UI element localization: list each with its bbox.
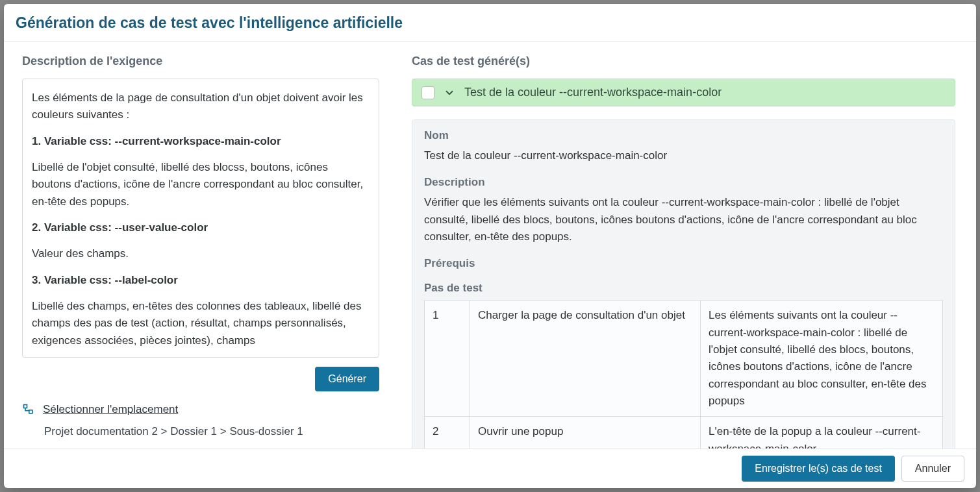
generated-heading: Cas de test généré(s) (412, 55, 958, 68)
right-pane: Cas de test généré(s) Test de la couleur… (412, 55, 958, 449)
modal-header: Génération de cas de test avec l'intelli… (4, 4, 976, 42)
req-intro: Les éléments de la page de consultation … (32, 90, 366, 124)
chevron-down-icon[interactable] (444, 87, 455, 99)
testcase-header-title: Test de la couleur --current-workspace-m… (464, 86, 722, 99)
generate-button[interactable]: Générer (315, 367, 379, 391)
step-index: 1 (425, 301, 470, 417)
step-action: Charger la page de consultation d'un obj… (470, 301, 701, 417)
testcase-checkbox[interactable] (421, 86, 434, 99)
name-label: Nom (424, 129, 943, 142)
testcase-header-row[interactable]: Test de la couleur --current-workspace-m… (412, 79, 955, 106)
step-action: Ouvrir une popup (470, 417, 701, 449)
steps-label: Pas de test (424, 282, 943, 295)
requirement-heading: Description de l'exigence (22, 55, 379, 68)
breadcrumb: Projet documentation 2 > Dossier 1 > Sou… (44, 425, 379, 438)
svg-rect-1 (29, 410, 32, 413)
req-var3-body: Libellé des champs, en-têtes des colonne… (32, 298, 366, 349)
prereq-label: Prérequis (424, 257, 943, 270)
name-value: Test de la couleur --current-workspace-m… (424, 147, 943, 164)
modal-body: Description de l'exigence Les éléments d… (4, 42, 976, 449)
step-index: 2 (425, 417, 470, 449)
cancel-button[interactable]: Annuler (901, 456, 964, 482)
generate-row: Générer (22, 367, 379, 391)
requirement-description-box[interactable]: Les éléments de la page de consultation … (22, 79, 379, 358)
req-var2-body: Valeur des champs. (32, 245, 366, 262)
tree-icon (22, 403, 35, 416)
description-label: Description (424, 176, 943, 189)
select-location-link[interactable]: Sélectionner l'emplacement (43, 403, 178, 416)
req-var1-body: Libellé de l'objet consulté, libellé des… (32, 159, 366, 210)
step-result: Les éléments suivants ont la couleur --c… (701, 301, 943, 417)
modal-title: Génération de cas de test avec l'intelli… (16, 14, 964, 32)
testcase-details: Nom Test de la couleur --current-workspa… (412, 119, 955, 449)
description-value: Vérifier que les éléments suivants ont l… (424, 194, 943, 245)
req-var2-title: 2. Variable css: --user-value-color (32, 219, 366, 236)
left-pane: Description de l'exigence Les éléments d… (22, 55, 379, 449)
req-var3-title: 3. Variable css: --label-color (32, 272, 366, 289)
req-var1-title: 1. Variable css: --current-workspace-mai… (32, 133, 366, 150)
steps-table: 1 Charger la page de consultation d'un o… (424, 300, 943, 449)
table-row: 2 Ouvrir une popup L'en-tête de la popup… (425, 417, 943, 449)
step-result: L'en-tête de la popup a la couleur --cur… (701, 417, 943, 449)
modal-footer: Enregistrer le(s) cas de test Annuler (4, 449, 976, 488)
save-testcases-button[interactable]: Enregistrer le(s) cas de test (742, 456, 895, 482)
right-scroll[interactable]: Test de la couleur --current-workspace-m… (412, 79, 958, 449)
svg-rect-0 (24, 405, 27, 408)
ai-testcase-modal: Génération de cas de test avec l'intelli… (4, 4, 976, 488)
location-row: Sélectionner l'emplacement (22, 403, 379, 416)
table-row: 1 Charger la page de consultation d'un o… (425, 301, 943, 417)
